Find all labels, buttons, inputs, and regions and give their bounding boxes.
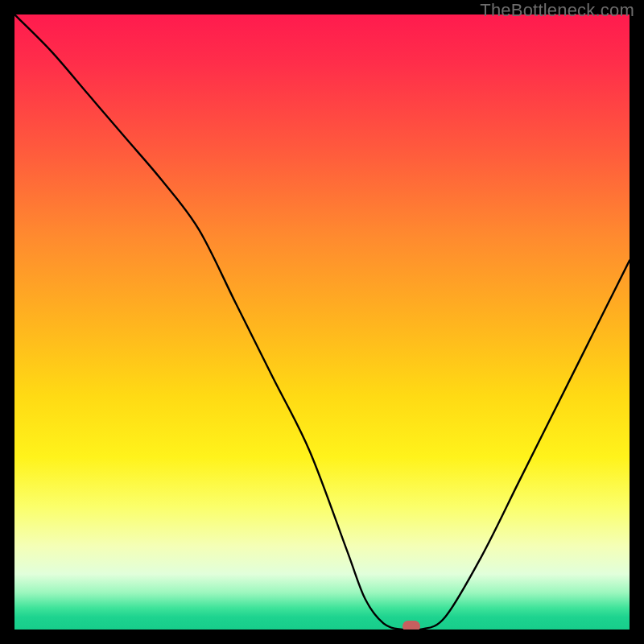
watermark-text: TheBottleneck.com: [480, 0, 634, 21]
plot-area: [14, 14, 630, 630]
outer-frame: TheBottleneck.com: [0, 0, 644, 644]
optimal-marker: [402, 621, 420, 630]
bottleneck-curve: [14, 14, 630, 630]
